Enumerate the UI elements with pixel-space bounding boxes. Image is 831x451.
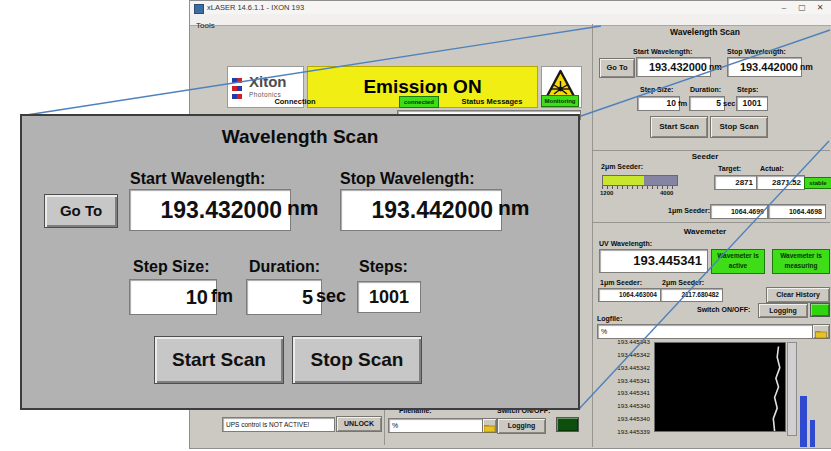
inset-start-unit-label: nm [287, 196, 319, 220]
stop-wavelength-field[interactable]: 193.442000 [727, 57, 802, 77]
inset-stop-unit-label: nm [498, 196, 530, 220]
step-size-field[interactable]: 10 [637, 96, 680, 111]
seeder-slider-fill [603, 176, 644, 185]
inset-steps-field: 1001 [357, 281, 421, 313]
seeder-2um-label: 2μm Seeder: [601, 163, 643, 170]
chart-scrollbar[interactable] [787, 342, 797, 436]
signal-level-bars [798, 394, 818, 447]
logfile-browse-button[interactable] [812, 324, 830, 339]
stop-scan-button[interactable]: Stop Scan [710, 116, 768, 138]
divider [593, 150, 830, 151]
wavemeter-active-indicator: Wavemeter is active [711, 249, 765, 274]
inset-goto-button[interactable]: Go To [44, 194, 118, 228]
y-tick: 193.445343 [617, 338, 650, 345]
seeder-1um-label: 1μm Seeder: [668, 207, 710, 214]
wavemeter-2um-label: 2μm Seeder: [662, 279, 704, 286]
app-icon [194, 4, 204, 14]
wavelength-scan-inset: Wavelength Scan Start Wavelength: Go To … [20, 114, 580, 410]
inset-step-size-label: Step Size: [133, 258, 209, 276]
xiton-logo-mark [232, 75, 246, 95]
filename-browse-button[interactable] [482, 418, 497, 433]
inset-start-wavelength-field[interactable]: 193.432000 [129, 189, 291, 231]
logfile-field[interactable]: % [597, 324, 814, 339]
inset-steps-label: Steps: [359, 258, 408, 276]
filename-field[interactable]: % [388, 418, 485, 433]
divider [593, 222, 830, 223]
clear-history-button[interactable]: Clear History [766, 287, 830, 303]
seeder-title: Seeder [655, 152, 755, 161]
uv-wavelength-field: 193.445341 [599, 249, 708, 273]
stop-wavelength-label: Stop Wavelength: [727, 48, 786, 55]
inset-stop-wavelength-field[interactable]: 193.442000 [340, 189, 502, 231]
inset-duration-label: Duration: [249, 258, 320, 276]
wavemeter-switch-label: Switch ON/OFF: [697, 306, 750, 313]
duration-field[interactable]: 5 [689, 96, 725, 111]
wavemeter-logging-button[interactable]: Logging [758, 303, 808, 318]
connected-indicator: connected [399, 96, 439, 108]
start-unit-label: nm [709, 62, 722, 72]
steps-field: 1001 [736, 96, 768, 111]
y-tick: 193.445340 [617, 402, 650, 409]
status-messages-title: Status Messages [450, 97, 534, 106]
level-bar [800, 396, 807, 447]
wavemeter-1um-label: 1μm Seeder: [600, 279, 642, 286]
inset-stop-scan-button[interactable]: Stop Scan [292, 336, 422, 384]
slider-min-label: 1200 [600, 190, 613, 196]
window-title: xLASER 14.6.1.1 - IXON 193 [207, 1, 304, 14]
wavelength-scan-title: Wavelength Scan [630, 27, 780, 37]
logo-text: Xiton [249, 73, 287, 90]
y-tick: 193.445341 [617, 389, 650, 396]
stable-indicator: stable [804, 177, 831, 189]
uv-wavelength-label: UV Wavelength: [599, 240, 652, 247]
slider-tick-marks [602, 186, 676, 189]
inset-stop-wavelength-label: Stop Wavelength: [340, 170, 475, 188]
wavemeter-1um-field: 1064.463004 [598, 288, 661, 302]
duration-unit-label: sec [723, 99, 736, 108]
logfile-label: Logfile: [597, 315, 622, 322]
y-tick: 193.445340 [617, 415, 650, 422]
inset-title: Wavelength Scan [22, 126, 578, 148]
folder-icon [815, 330, 827, 339]
minimize-button[interactable]: – [777, 1, 791, 14]
y-tick: 193.445341 [617, 377, 650, 384]
wavemeter-logging-led-on [810, 303, 830, 317]
inset-duration-field[interactable]: 5 [246, 279, 322, 315]
menu-tools[interactable]: Tools [190, 20, 221, 31]
duration-label: Duration: [690, 86, 721, 93]
y-tick: 193.445342 [617, 351, 650, 358]
inset-start-scan-button[interactable]: Start Scan [154, 336, 284, 384]
wavemeter-title: Wavemeter [655, 227, 755, 236]
wavelength-chart-plot [654, 342, 786, 432]
ups-status-field: UPS control is NOT ACTIVE! [222, 417, 335, 432]
logging-button[interactable]: Logging [497, 418, 546, 434]
wavemeter-measuring-indicator: Wavemeter is measuring [772, 249, 830, 274]
seeder-slider[interactable] [602, 175, 678, 186]
target-label: Target: [718, 165, 741, 172]
divider [592, 24, 593, 447]
start-wavelength-label: Start Wavelength: [633, 48, 692, 55]
close-button[interactable]: ✕ [813, 1, 827, 14]
unlock-button[interactable]: UNLOCK [336, 416, 382, 432]
step-unit-label: fm [678, 99, 687, 108]
wavemeter-2um-field: 2117.680482 [660, 288, 723, 302]
menu-bar: Tools [190, 14, 831, 26]
inset-step-size-field[interactable]: 10 [129, 279, 217, 315]
chart-y-ticks: 193.445343 193.445342 193.445342 193.445… [602, 338, 650, 435]
step-size-label: Step Size: [640, 86, 673, 93]
y-tick: 193.445339 [617, 428, 650, 435]
actual-label: Actual: [760, 165, 784, 172]
seeder-1um-set-field[interactable]: 1064.4699 [710, 204, 768, 219]
goto-button[interactable]: Go To [599, 58, 635, 78]
start-wavelength-field[interactable]: 193.432000 [636, 57, 711, 77]
target-field[interactable]: 2871 [714, 175, 757, 190]
inset-start-wavelength-label: Start Wavelength: [130, 170, 265, 188]
inset-step-unit-label: fm [211, 286, 233, 307]
title-bar: xLASER 14.6.1.1 - IXON 193 – ▢ ✕ [190, 1, 831, 15]
maximize-button[interactable]: ▢ [795, 1, 809, 14]
start-scan-button[interactable]: Start Scan [650, 116, 708, 138]
inset-duration-unit-label: sec [316, 286, 346, 307]
folder-icon [484, 424, 495, 433]
stop-unit-label: nm [800, 62, 813, 72]
y-tick: 193.445342 [617, 364, 650, 371]
level-bar [810, 420, 815, 447]
